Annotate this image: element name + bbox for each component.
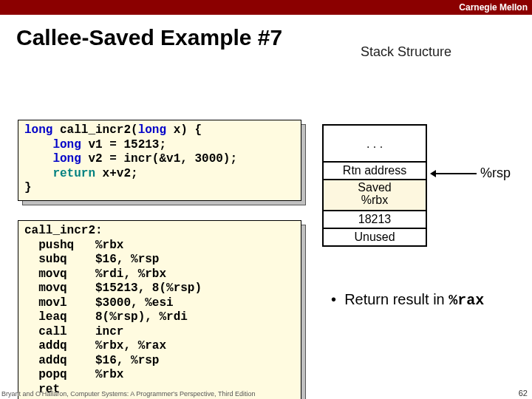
stack-cell-v1: 18213 <box>322 210 427 228</box>
kw-long: long <box>24 152 81 166</box>
stack-diagram: . . . Rtn address Saved %rbx 18213 Unuse… <box>322 124 427 247</box>
stack-cell-saved-rbx: Saved %rbx <box>322 179 427 210</box>
stack-cell-rtn: Rtn address <box>322 161 427 179</box>
c-text: x+v2; <box>95 167 138 180</box>
c-text: v2 = incr(&v1, 3000); <box>81 152 237 166</box>
asm-code: call_incr2: pushq %rbx subq $16, %rsp mo… <box>18 220 301 399</box>
brand-bar: Carnegie Mellon <box>0 0 532 15</box>
kw-long: long <box>24 138 81 151</box>
bullet-text: Return result in <box>344 291 449 307</box>
slide-title: Callee-Saved Example #7 <box>16 25 532 50</box>
kw-long: long <box>24 123 52 137</box>
stack-ellipsis: . . . <box>322 124 427 161</box>
page-number: 62 <box>519 389 528 398</box>
rax-register: %rax <box>449 292 484 309</box>
stack-cell-unused: Unused <box>322 228 427 247</box>
rsp-arrow-icon <box>436 173 477 174</box>
c-code-block: long call_incr2(long x) { long v1 = 1521… <box>18 120 301 201</box>
return-result-bullet: • Return result in %rax <box>331 291 484 309</box>
c-text: call_incr2( <box>52 123 137 137</box>
kw-return: return <box>24 167 95 180</box>
c-code: long call_incr2(long x) { long v1 = 1521… <box>18 120 301 201</box>
c-text: v1 = 15213; <box>81 138 166 151</box>
asm-code-block: call_incr2: pushq %rbx subq $16, %rsp mo… <box>18 220 301 399</box>
kw-long: long <box>138 123 166 137</box>
footer-citation: Bryant and O'Hallaron, Computer Systems:… <box>1 390 255 398</box>
c-text: x) { <box>166 123 202 137</box>
stack-structure-label: Stack Structure <box>361 44 451 60</box>
c-text: } <box>24 181 32 194</box>
rsp-label: %rsp <box>480 166 511 181</box>
